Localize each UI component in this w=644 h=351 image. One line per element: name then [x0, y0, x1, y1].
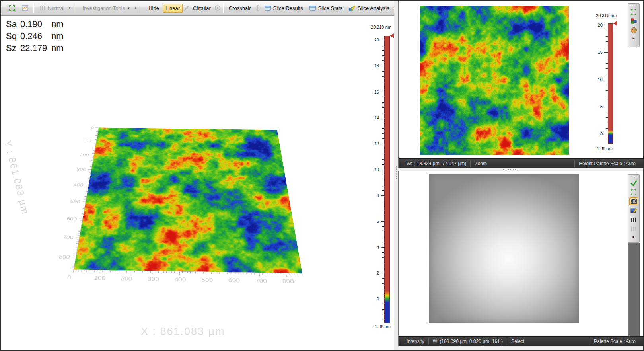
ruler-tick	[166, 271, 167, 273]
image-edit-icon	[630, 208, 637, 214]
scale-tick	[381, 221, 384, 222]
scale-tick	[606, 36, 608, 37]
crosshair-button[interactable]: Crosshair	[226, 4, 254, 13]
ruler-tick	[275, 273, 276, 275]
histogram-button[interactable]	[629, 216, 638, 224]
diagonal-line-icon[interactable]	[183, 5, 189, 12]
investigation-dropdown-caret[interactable]: ▾	[134, 6, 138, 10]
ruler-tick	[254, 273, 255, 275]
scale-tick	[606, 139, 608, 139]
circle-plus-icon[interactable]	[214, 5, 221, 12]
intensity-image[interactable]	[429, 174, 579, 323]
scale-tick	[382, 180, 384, 180]
scale-max-marker[interactable]	[390, 33, 394, 38]
strip-drag-handle[interactable]	[630, 5, 637, 7]
slice-results-icon	[265, 5, 271, 12]
scale-tick	[606, 58, 608, 58]
ruler-tick	[134, 271, 134, 273]
slice-analysis-button[interactable]: Slice Analysis	[346, 3, 392, 13]
vertical-splitter[interactable]	[394, 1, 398, 350]
toolbar-separator	[33, 3, 34, 13]
scale-tick	[382, 309, 384, 310]
toolbar-separator	[140, 3, 140, 13]
ruler-tick	[233, 273, 233, 276]
scale-tick	[604, 52, 608, 53]
investigation-tools-button[interactable]: Investigation Tools ▾	[80, 4, 133, 13]
filmstrip-view-button[interactable]	[629, 197, 638, 205]
scale-tick	[606, 68, 608, 69]
ruler-tick	[92, 270, 93, 272]
ruler-tick	[84, 270, 85, 271]
strip-drag-handle[interactable]	[630, 176, 637, 178]
ruler-tick	[211, 272, 212, 274]
ruler-tick	[302, 274, 303, 275]
normal-mode-button[interactable]: Normal	[36, 3, 67, 13]
scale-tick	[382, 138, 384, 139]
view-thumbnail-button[interactable]	[19, 3, 31, 13]
scale-tick	[382, 211, 384, 211]
scale-tick	[382, 206, 384, 206]
fit-view-button[interactable]	[629, 8, 638, 16]
ruler-tick	[78, 270, 79, 271]
crosshair-icon[interactable]	[255, 5, 261, 12]
intensity-statusbar: Intensity W: (108.090 µm, 0.820 µm, 161 …	[399, 336, 644, 346]
ruler-tick	[225, 272, 225, 274]
slice-stats-label: Slice Stats	[318, 5, 342, 11]
scale-tick	[381, 299, 384, 299]
y-tick-label: 800	[58, 254, 70, 261]
scale-tick	[606, 128, 608, 129]
ruler-tick	[265, 273, 265, 275]
ruler-tick	[289, 273, 290, 275]
scale-tick	[606, 63, 608, 64]
slice-results-label: Slice Results	[273, 5, 303, 11]
ruler-tick	[158, 271, 159, 273]
intensity-panel: ▸ Intensity W: (108.090 µm, 0.820 µm, 16…	[398, 171, 644, 346]
intensity-label: Intensity	[403, 339, 428, 344]
ruler-tick	[286, 273, 287, 277]
ruler-tick	[235, 273, 236, 274]
slice-stats-button[interactable]: Slice Stats	[307, 3, 345, 13]
scale-tick	[382, 97, 384, 98]
slice-results-button[interactable]: Slice Results	[262, 3, 306, 13]
scale-tick	[381, 66, 384, 66]
ruler-tick	[88, 169, 91, 170]
ruler-tick	[97, 270, 98, 272]
x-tick-label: 500	[201, 277, 213, 283]
accept-button[interactable]	[629, 179, 638, 187]
ruler-tick	[169, 271, 169, 273]
scale-tick	[382, 278, 384, 279]
intensity-tool-mode: Select	[507, 339, 528, 344]
scale-tick	[382, 102, 384, 103]
histogram-disabled-button[interactable]	[629, 225, 638, 233]
ruler-tick	[150, 271, 150, 273]
fit-view-button[interactable]	[629, 188, 638, 196]
scale-max-marker[interactable]	[613, 21, 617, 26]
y-tick-label: 700	[62, 235, 74, 241]
plot3d-viewport[interactable]: 0100200300400500600700800 01002003004005…	[68, 41, 314, 279]
scale-tick-label: 4	[370, 245, 379, 250]
columns-dark-icon	[631, 217, 637, 223]
palette-button[interactable]	[629, 26, 638, 34]
scale-tick-label: 18	[370, 63, 379, 68]
y-tick-label: 100	[82, 139, 92, 143]
reset-layout-button[interactable]	[6, 3, 18, 13]
view-3d-button[interactable]	[629, 17, 638, 25]
scale-tick	[382, 82, 384, 82]
stat-sq: Sq0.246nm	[6, 30, 64, 42]
annotate-image-button[interactable]	[629, 207, 638, 214]
normal-dropdown-caret[interactable]: ▾	[68, 6, 72, 10]
strip-overflow-button[interactable]: ▸	[629, 234, 638, 239]
strip-overflow-button[interactable]: ▸	[629, 35, 638, 40]
ruler-tick	[300, 274, 300, 275]
surface-height-map[interactable]	[74, 128, 302, 273]
topview-height-map[interactable]	[420, 6, 569, 155]
slice-analysis-label: Slice Analysis	[358, 5, 389, 11]
scale-tick	[606, 41, 608, 42]
linear-button[interactable]: Linear	[163, 4, 183, 13]
circular-button[interactable]: Circular	[190, 4, 214, 13]
ruler-tick	[219, 272, 220, 274]
hide-button[interactable]: Hide	[146, 4, 162, 13]
plot3d-surface[interactable]: 0100200300400500600700800 01002003004005…	[74, 128, 302, 273]
ruler-tick	[161, 271, 161, 273]
scale-tick	[381, 273, 384, 273]
